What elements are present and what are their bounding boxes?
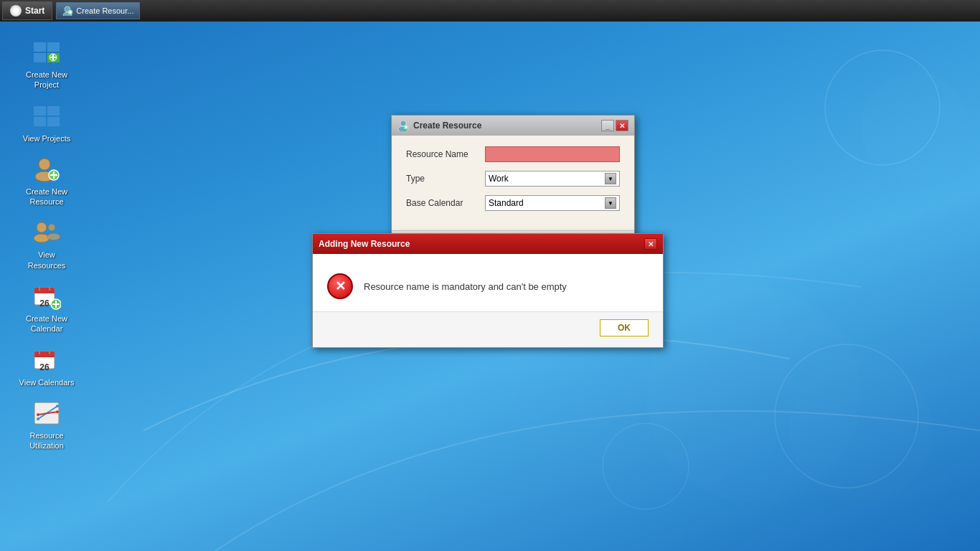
svg-point-1 [775, 344, 918, 488]
svg-rect-16 [34, 117, 46, 126]
svg-point-24 [37, 222, 47, 232]
svg-point-46 [37, 418, 39, 420]
window-controls: _ ✕ [601, 120, 628, 131]
svg-text:26: 26 [39, 362, 50, 372]
svg-point-26 [48, 224, 55, 231]
svg-rect-8 [34, 42, 46, 52]
svg-point-49 [56, 410, 59, 413]
start-button[interactable]: Start [2, 1, 52, 20]
taskbar-app-create-resource[interactable]: Create Resour... [56, 2, 140, 19]
svg-point-48 [37, 413, 39, 416]
type-select[interactable]: Work ▼ [485, 171, 620, 187]
create-resource-label: Create NewResource [26, 187, 67, 207]
close-button[interactable]: ✕ [616, 120, 628, 131]
error-close-button[interactable]: ✕ [644, 238, 657, 250]
create-resource-icon [32, 155, 61, 184]
start-icon [10, 5, 22, 17]
view-resources-label: ViewResources [28, 250, 66, 270]
base-calendar-value: Standard [489, 198, 524, 208]
base-calendar-row: Base Calendar Standard ▼ [406, 195, 620, 211]
dialog-icon [397, 120, 409, 131]
utilization-label: ResourceUtilization [29, 430, 64, 451]
create-resource-title: Create Resource [413, 121, 481, 131]
error-message: Resource name is mandatory and can't be … [364, 281, 567, 292]
svg-rect-18 [47, 117, 60, 126]
svg-rect-30 [34, 291, 55, 293]
desktop-icons: Create NewProject View Projects Create N… [0, 22, 93, 468]
type-row: Type Work ▼ [406, 171, 620, 187]
minimize-button[interactable]: _ [601, 120, 614, 131]
svg-point-19 [39, 159, 50, 170]
desktop-icon-view-calendars[interactable]: 26 View Calendars [11, 340, 83, 393]
svg-point-2 [603, 423, 689, 509]
type-label: Type [406, 174, 485, 184]
view-calendars-icon: 26 [32, 346, 61, 375]
create-project-icon [32, 38, 61, 67]
taskbar: Start Create Resour... [0, 0, 980, 22]
create-calendar-icon: 26 [32, 282, 61, 311]
resource-name-label: Resource Name [406, 149, 485, 159]
error-icon: ✕ [327, 273, 353, 299]
svg-rect-10 [47, 42, 60, 52]
svg-rect-39 [34, 354, 55, 357]
create-resource-title-bar: Create Resource _ ✕ [392, 116, 634, 136]
error-title-label: Adding New Resource [319, 239, 410, 249]
resource-name-input[interactable] [485, 146, 620, 162]
svg-rect-9 [34, 53, 46, 62]
view-calendars-label: View Calendars [19, 377, 75, 387]
desktop-icon-view-resources[interactable]: ViewResources [11, 212, 83, 276]
svg-text:26: 26 [39, 298, 50, 309]
error-title-bar: Adding New Resource ✕ [313, 234, 663, 254]
base-calendar-select-arrow[interactable]: ▼ [605, 197, 616, 209]
svg-point-27 [47, 233, 60, 240]
desktop-icon-create-new-calendar[interactable]: 26 Create NewCalendar [11, 276, 83, 340]
desktop-icon-create-new-resource[interactable]: Create NewResource [11, 149, 83, 213]
create-calendar-label: Create NewCalendar [26, 314, 67, 334]
type-select-arrow[interactable]: ▼ [605, 173, 616, 184]
error-body: ✕ Resource name is mandatory and can't b… [313, 254, 663, 311]
base-calendar-select[interactable]: Standard ▼ [485, 195, 620, 211]
resource-name-row: Resource Name [406, 146, 620, 162]
desktop-icon-create-new-project[interactable]: Create NewProject [11, 32, 83, 96]
svg-rect-15 [34, 106, 46, 116]
view-resources-icon [32, 218, 61, 247]
error-x-icon: ✕ [335, 280, 346, 293]
taskbar-app-label: Create Resour... [76, 6, 133, 15]
view-projects-icon [32, 102, 61, 131]
error-dialog: Adding New Resource ✕ ✕ Resource name is… [312, 233, 664, 348]
start-label: Start [25, 6, 44, 16]
ok-button[interactable]: OK [600, 319, 649, 336]
dialog-content: Resource Name Type Work ▼ Base Calendar … [392, 136, 634, 230]
resource-app-icon [62, 6, 72, 16]
base-calendar-label: Base Calendar [406, 198, 485, 208]
create-project-label: Create NewProject [26, 70, 67, 90]
svg-point-0 [825, 50, 940, 165]
svg-point-25 [34, 234, 50, 242]
svg-point-47 [56, 405, 59, 408]
error-footer: OK [313, 311, 663, 347]
desktop-icon-resource-utilization[interactable]: ResourceUtilization [11, 393, 83, 457]
view-projects-label: View Projects [23, 133, 70, 143]
svg-rect-17 [47, 106, 60, 116]
utilization-icon [32, 399, 61, 428]
desktop-icon-view-projects[interactable]: View Projects [11, 96, 83, 149]
type-value: Work [489, 174, 509, 184]
